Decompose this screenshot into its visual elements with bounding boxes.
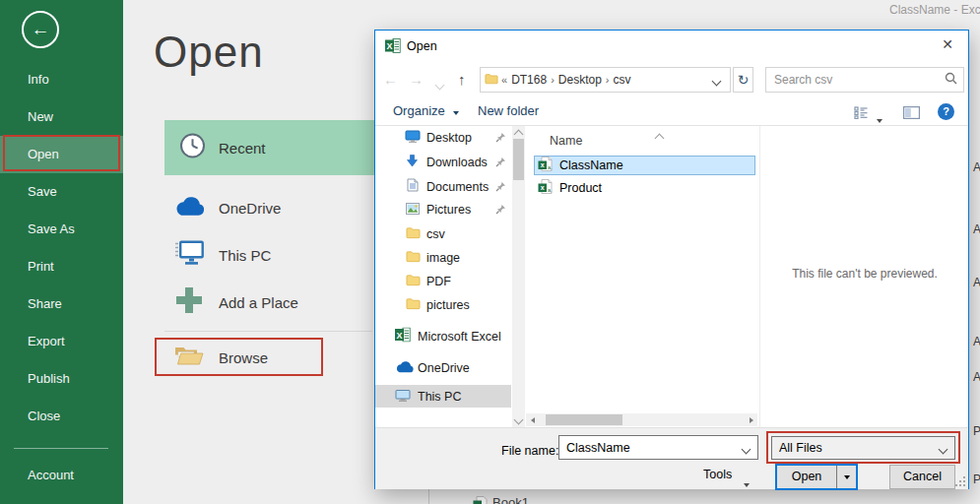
clipped-text-fragment: A (973, 160, 980, 174)
breadcrumb-desktop[interactable]: Desktop (558, 73, 602, 87)
scroll-right-icon[interactable] (745, 413, 757, 426)
onedrive-cloud-icon (395, 359, 414, 377)
place-add-a-place[interactable]: Add a Place (164, 279, 373, 326)
refresh-icon[interactable]: ↻ (733, 67, 753, 93)
search-box[interactable] (765, 67, 964, 93)
sidebar-item-open[interactable]: Open (0, 136, 123, 173)
place-label: Browse (219, 349, 268, 366)
dialog-titlebar[interactable]: X Open ✕ (375, 31, 968, 62)
view-dropdown-arrow-icon[interactable] (877, 109, 882, 127)
sidebar-item-save[interactable]: Save (0, 173, 123, 211)
clipped-text-fragment: A (973, 222, 980, 236)
address-bar[interactable]: « DT168 › Desktop › csv (480, 67, 731, 93)
tree-item-this-pc[interactable]: This PC (375, 385, 511, 408)
tree-item-onedrive[interactable]: OneDrive (375, 356, 511, 379)
sidebar-item-save-as[interactable]: Save As (0, 211, 123, 248)
folder-icon (406, 249, 421, 267)
window-title: ClassName - Exc (889, 3, 980, 17)
details-view-icon[interactable] (854, 105, 873, 123)
recent-file-book1[interactable]: Book1 (492, 495, 529, 504)
nav-forward-icon[interactable]: → (409, 71, 424, 88)
new-folder-button[interactable]: New folder (478, 103, 539, 118)
tree-item-pdf[interactable]: PDF (375, 270, 511, 292)
folder-icon (406, 273, 421, 290)
cancel-button[interactable]: Cancel (889, 465, 955, 489)
chevron-down-icon[interactable] (743, 439, 750, 457)
tree-item-microsoft-excel[interactable]: X Microsoft Excel (375, 325, 511, 347)
svg-text:x: x (541, 161, 545, 168)
pin-icon (495, 129, 506, 147)
tree-item-downloads[interactable]: Downloads (375, 151, 511, 173)
folder-icon (406, 296, 421, 314)
place-onedrive[interactable]: OneDrive (164, 184, 373, 231)
sidebar-item-new[interactable]: New (0, 98, 123, 136)
sidebar-item-close[interactable]: Close (0, 398, 123, 435)
svg-text:X: X (396, 330, 402, 340)
desktop-icon (405, 129, 421, 147)
chevron-down-icon[interactable] (940, 439, 947, 457)
breadcrumb-separator: › (606, 74, 610, 86)
nav-history-chevron-icon[interactable] (436, 75, 443, 93)
preview-message: This file can't be previewed. (760, 267, 969, 281)
open-split-arrow-icon[interactable] (836, 466, 856, 488)
nav-up-icon[interactable]: ↑ (458, 71, 466, 88)
sidebar-item-export[interactable]: Export (0, 323, 123, 360)
sidebar-item-account[interactable]: Account (0, 457, 123, 494)
tools-button[interactable]: Tools (703, 468, 732, 481)
resize-grip[interactable] (955, 476, 965, 486)
file-type-combobox[interactable]: All Files (771, 436, 955, 460)
dropdown-arrow-icon (453, 111, 459, 115)
scroll-left-icon[interactable] (526, 413, 539, 426)
sort-ascending-icon[interactable] (656, 128, 663, 146)
preview-pane-icon[interactable] (903, 105, 920, 123)
scrollbar-thumb[interactable] (546, 414, 622, 425)
scroll-up-icon[interactable] (512, 126, 525, 139)
place-label: This PC (219, 247, 271, 264)
help-icon[interactable]: ? (938, 103, 954, 120)
scrollbar-thumb[interactable] (513, 139, 524, 180)
sidebar-item-publish[interactable]: Publish (0, 360, 123, 398)
place-recent[interactable]: Recent (164, 120, 374, 175)
download-icon (406, 154, 419, 171)
tree-item-pictures[interactable]: Pictures (375, 198, 511, 220)
tree-item-image[interactable]: image (375, 246, 511, 269)
tree-item-csv[interactable]: csv (375, 222, 511, 245)
tree-item-desktop[interactable]: Desktop (375, 126, 511, 149)
browse-folder-icon (172, 346, 206, 370)
breadcrumb-dt168[interactable]: DT168 (511, 73, 547, 87)
scroll-down-icon[interactable] (512, 414, 525, 427)
tree-item-pictures-folder[interactable]: pictures (375, 293, 511, 316)
excel-icon: X (395, 327, 411, 346)
onedrive-cloud-icon (172, 196, 206, 220)
file-row-classname[interactable]: xa, ClassName (534, 156, 755, 175)
sidebar-item-share[interactable]: Share (0, 285, 123, 323)
place-browse[interactable]: Browse (164, 334, 373, 381)
svg-text:X: X (386, 41, 392, 51)
pin-icon (495, 154, 506, 171)
computer-icon (172, 240, 206, 271)
plus-icon (172, 287, 206, 317)
svg-text:x: x (541, 184, 545, 191)
open-button[interactable]: Open (775, 464, 858, 490)
close-icon[interactable]: ✕ (937, 36, 958, 56)
sidebar-item-print[interactable]: Print (0, 248, 123, 285)
file-row-product[interactable]: xa, Product (534, 178, 755, 198)
place-label: OneDrive (219, 200, 281, 217)
back-button[interactable]: ← (22, 11, 59, 48)
column-header-name[interactable]: Name (550, 134, 582, 148)
file-list-horizontal-scrollbar[interactable] (526, 413, 757, 426)
tree-item-documents[interactable]: Documents (375, 175, 511, 198)
sidebar-item-info[interactable]: Info (0, 61, 123, 98)
recent-list-divider-fragment (428, 489, 429, 504)
excel-logo-icon: X (385, 38, 401, 57)
address-dropdown-chevron-icon[interactable] (713, 71, 726, 89)
organize-button[interactable]: Organize (393, 103, 459, 118)
nav-back-icon[interactable]: ← (383, 71, 398, 88)
search-input[interactable] (772, 72, 945, 88)
tools-dropdown-arrow-icon[interactable] (744, 473, 750, 491)
file-name-combobox[interactable]: ClassName (558, 435, 758, 460)
clipped-text-fragment: P (973, 472, 980, 486)
tree-scrollbar[interactable] (512, 126, 525, 427)
breadcrumb-csv[interactable]: csv (614, 73, 631, 87)
place-this-pc[interactable]: This PC (164, 231, 373, 279)
